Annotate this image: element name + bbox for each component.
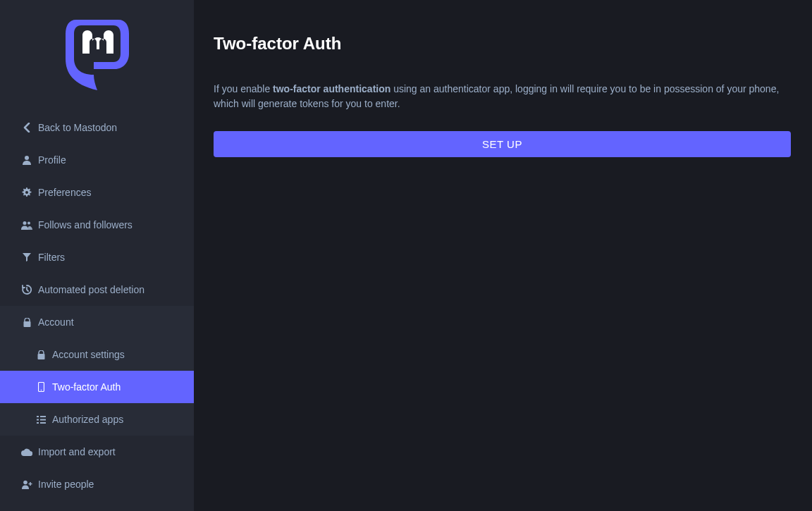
sidebar-item-label: Back to Mastodon [38, 122, 117, 133]
sidebar-item-invite-people[interactable]: Invite people [0, 468, 194, 500]
list-icon [35, 414, 47, 425]
svg-rect-9 [40, 416, 46, 417]
description-bold: two-factor authentication [273, 83, 390, 94]
sidebar-item-label: Invite people [38, 479, 94, 490]
sidebar-item-automated-post-deletion[interactable]: Automated post deletion [0, 273, 194, 306]
sidebar-item-preferences[interactable]: Preferences [0, 176, 194, 209]
main-content: Two-factor Auth If you enable two-factor… [194, 0, 812, 511]
svg-point-14 [23, 480, 27, 484]
svg-rect-13 [40, 422, 46, 424]
description-prefix: If you enable [214, 83, 273, 94]
sidebar-item-import-export[interactable]: Import and export [0, 436, 194, 468]
setup-button[interactable]: SET UP [214, 131, 791, 157]
sidebar-item-label: Preferences [38, 187, 91, 198]
svg-rect-10 [37, 419, 39, 420]
sidebar-item-label: Profile [38, 154, 66, 166]
sidebar-item-filters[interactable]: Filters [0, 241, 194, 273]
sidebar-item-authorized-apps[interactable]: Authorized apps [0, 403, 194, 436]
sidebar-item-label: Filters [38, 252, 65, 263]
svg-rect-11 [40, 419, 46, 420]
svg-point-3 [27, 221, 30, 224]
user-icon [21, 154, 32, 166]
sidebar-item-account[interactable]: Account [0, 306, 194, 338]
svg-rect-5 [37, 354, 44, 359]
user-plus-icon [21, 479, 32, 490]
sidebar-item-profile[interactable]: Profile [0, 144, 194, 176]
chevron-left-icon [21, 122, 32, 133]
mastodon-logo-icon [66, 20, 129, 90]
page-title: Two-factor Auth [214, 34, 791, 54]
svg-rect-8 [37, 416, 39, 417]
sidebar-item-two-factor-auth[interactable]: Two-factor Auth [0, 371, 194, 403]
sidebar-item-label: Account [38, 316, 74, 328]
sidebar-item-account-settings[interactable]: Account settings [0, 338, 194, 371]
lock-icon [21, 316, 32, 328]
svg-point-7 [40, 390, 42, 391]
svg-point-1 [25, 191, 28, 194]
users-icon [21, 219, 32, 230]
gear-icon [21, 187, 32, 198]
sidebar-item-back-to-mastodon[interactable]: Back to Mastodon [0, 111, 194, 144]
sidebar-item-label: Follows and followers [38, 219, 133, 230]
svg-point-2 [23, 221, 27, 225]
description-text: If you enable two-factor authentication … [214, 82, 791, 111]
history-icon [21, 284, 32, 295]
sidebar-item-label: Authorized apps [52, 414, 123, 425]
lock-icon [35, 349, 47, 360]
filter-icon [21, 252, 32, 263]
sidebar-item-label: Import and export [38, 446, 116, 457]
svg-rect-4 [23, 321, 30, 327]
sidebar-item-follows[interactable]: Follows and followers [0, 209, 194, 241]
sidebar-item-label: Automated post deletion [38, 284, 144, 295]
mobile-icon [35, 381, 47, 393]
sidebar-item-label: Two-factor Auth [52, 381, 121, 393]
svg-point-0 [25, 156, 29, 160]
sidebar: Back to Mastodon Profile Preferences Fol… [0, 0, 194, 511]
svg-rect-12 [37, 422, 39, 424]
cloud-icon [21, 446, 32, 457]
account-sub-group: Account Account settings Two-factor Auth… [0, 306, 194, 436]
sidebar-item-label: Account settings [52, 349, 125, 360]
logo-container [0, 0, 194, 111]
